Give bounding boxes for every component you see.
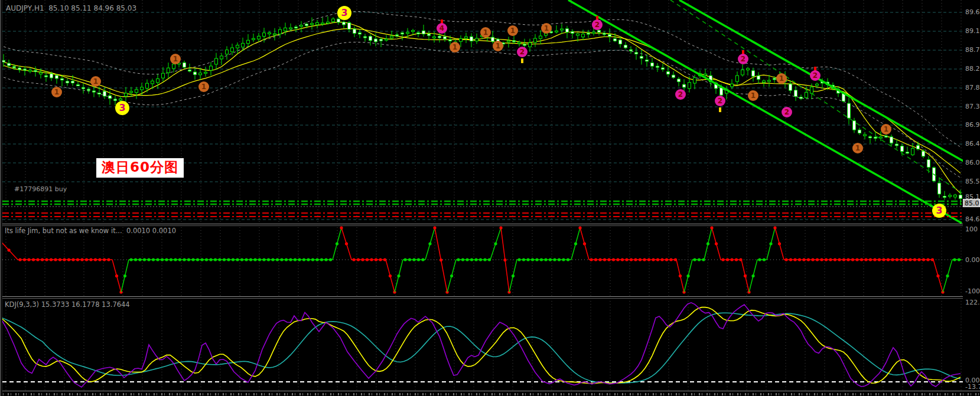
svg-text:1: 1 [496, 42, 500, 50]
current-price-box: 85.0 [963, 199, 980, 207]
svg-text:1: 1 [884, 125, 888, 133]
wave-marker-1[interactable]: 1 [507, 25, 518, 36]
wave-marker-1[interactable]: 1 [170, 54, 181, 64]
wave-marker-1[interactable]: 1 [198, 81, 209, 92]
svg-text:2: 2 [678, 90, 683, 99]
marker-tick [521, 58, 523, 63]
price-tick-label: 89.1 [965, 28, 980, 34]
indicator-tick-label: 0.00 [965, 257, 980, 263]
price-tick-label: 86.9 [965, 122, 980, 128]
svg-text:1: 1 [173, 55, 178, 63]
wave-marker-2[interactable]: 2 [715, 96, 725, 106]
indicator-tick-label: 100 [965, 226, 978, 233]
main-chart-canvas[interactable]: 333111111111111142222222 [0, 0, 963, 224]
svg-text:3: 3 [119, 102, 125, 113]
wave-marker-2[interactable]: 2 [517, 47, 528, 57]
order-lines[interactable] [2, 201, 963, 217]
jim-grid [2, 224, 963, 297]
wave-marker-1[interactable]: 1 [450, 42, 460, 53]
price-tick-label: 89.6 [965, 9, 980, 15]
svg-text:2: 2 [741, 55, 745, 63]
wave-marker-3[interactable]: 3 [115, 101, 129, 115]
price-tick-label: 88.7 [965, 47, 980, 53]
svg-text:4: 4 [439, 24, 444, 32]
wave-marker-3[interactable]: 3 [932, 204, 946, 218]
wave-marker-2[interactable]: 2 [738, 54, 748, 64]
marker-tick [719, 107, 721, 112]
svg-text:1: 1 [93, 77, 98, 86]
kdj-indicator-label: KDJ(9,3,3) 15.3733 16.1778 13.7644 [5, 300, 130, 309]
indicator-tick-label: 122. [965, 299, 980, 306]
svg-text:3: 3 [936, 205, 942, 216]
svg-text:2: 2 [784, 108, 789, 116]
svg-text:1: 1 [544, 24, 549, 32]
jim-signal-line [0, 226, 962, 293]
price-tick-label: 87.3 [965, 103, 980, 110]
wave-marker-2[interactable]: 2 [675, 89, 686, 100]
kdj-lines [0, 303, 961, 387]
wave-marker-2[interactable]: 2 [810, 70, 821, 81]
svg-text:2: 2 [520, 48, 525, 56]
wave-marker-1[interactable]: 1 [541, 23, 552, 34]
wave-marker-1[interactable]: 1 [748, 90, 758, 101]
wave-marker-1[interactable]: 1 [493, 41, 503, 51]
mt4-chart-window: 333111111111111142222222 AUDJPY,H1 85.10… [0, 0, 980, 396]
wave-marker-1[interactable]: 1 [881, 124, 891, 135]
panel-divider[interactable] [0, 224, 980, 226]
svg-text:1: 1 [751, 91, 756, 100]
wave-marker-3[interactable]: 3 [337, 6, 351, 20]
svg-text:2: 2 [813, 71, 818, 80]
price-tick-label: 86.4 [965, 140, 980, 147]
jim-indicator-canvas[interactable] [0, 224, 963, 297]
svg-text:2: 2 [718, 97, 722, 105]
svg-text:1: 1 [779, 74, 784, 83]
wave-marker-2[interactable]: 2 [592, 19, 603, 30]
svg-text:1: 1 [54, 88, 59, 96]
svg-text:1: 1 [483, 28, 488, 37]
chart-annotation-label[interactable]: 澳日60分图 [96, 158, 184, 178]
svg-text:2: 2 [595, 21, 600, 29]
wave-marker-2[interactable]: 2 [782, 107, 792, 117]
indicator-tick-label: -100 [965, 288, 980, 294]
wave-marker-1[interactable]: 1 [852, 143, 863, 153]
order-label: #17796891 buy [14, 185, 67, 193]
svg-text:1: 1 [855, 144, 860, 152]
price-tick-label: 86.0 [965, 159, 980, 166]
svg-text:1: 1 [452, 43, 457, 51]
price-tick-label: 87.8 [965, 84, 980, 91]
price-axis[interactable]: 89.689.188.788.287.887.386.986.486.085.5… [963, 0, 980, 391]
panel-divider[interactable] [0, 296, 980, 299]
svg-text:1: 1 [510, 27, 515, 35]
kdj-grid [2, 298, 963, 391]
time-axis[interactable] [0, 391, 980, 396]
wave-marker-1[interactable]: 1 [776, 73, 787, 84]
indicator-tick-label: -13.7 [965, 384, 980, 390]
svg-text:1: 1 [201, 83, 206, 91]
trend-channel-lines[interactable] [568, 0, 963, 223]
window-left-edge [0, 0, 2, 396]
wave-marker-1[interactable]: 1 [51, 87, 62, 97]
price-tick-label: 88.2 [965, 66, 980, 72]
svg-text:3: 3 [341, 7, 347, 18]
price-tick-label: 84.6 [965, 216, 980, 222]
price-tick-label: 85.5 [965, 178, 980, 185]
time-axis-clipped-labels [0, 393, 980, 395]
jim-indicator-label: Its life Jim, but not as we know it... 0… [5, 227, 176, 235]
wave-marker-1[interactable]: 1 [480, 27, 491, 38]
chart-ohlc-title: AUDJPY,H1 85.10 85.11 84.96 85.03 [6, 4, 136, 12]
wave-marker-4[interactable]: 4 [437, 23, 447, 34]
kdj-indicator-canvas[interactable] [0, 298, 963, 391]
wave-marker-1[interactable]: 1 [90, 76, 101, 87]
wave-markers[interactable]: 333111111111111142222222 [51, 6, 946, 218]
